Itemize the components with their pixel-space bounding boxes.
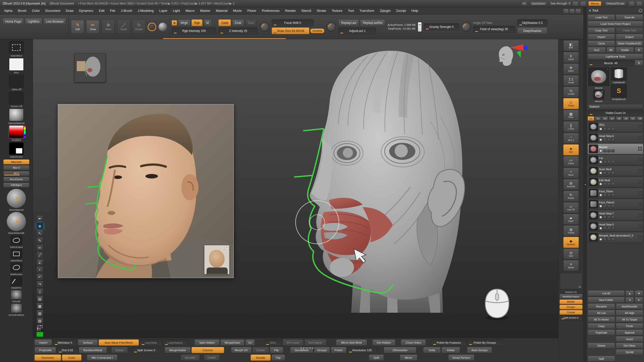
subtool-thumbnail[interactable] xyxy=(589,200,598,208)
subtool-action-button[interactable]: All High xyxy=(616,310,643,316)
bottom-bar-button[interactable]: Del Hidden xyxy=(372,339,395,346)
rgb-intensity-slider[interactable]: Rgb Intensity 100 xyxy=(172,27,216,34)
move-button[interactable]: + Move xyxy=(563,167,579,178)
subtool-paint-toggle-icon[interactable] xyxy=(607,205,611,208)
interface-icon[interactable] xyxy=(573,2,578,5)
bottom-bar-button[interactable]: Polish xyxy=(331,347,346,353)
subtool-paint-toggle-icon[interactable] xyxy=(607,171,611,174)
subtool-paint-toggle-icon[interactable] xyxy=(607,149,611,152)
subtool-action-button[interactable]: Copy xyxy=(588,323,615,329)
palette-item[interactable]: Gradient xyxy=(9,125,24,141)
scale-mode-button[interactable]: ⤢Scale xyxy=(117,20,130,34)
shelf-pager-arrows[interactable]: ◄◄ ● ►► xyxy=(300,347,315,349)
bottom-bar-button[interactable]: BackfaceMask xyxy=(79,347,107,353)
subtool-sculpt-toggle-icon[interactable] xyxy=(603,227,607,230)
menu-item[interactable]: J-Modeling xyxy=(135,8,156,14)
subtool-row[interactable]: Edit Skull xyxy=(588,177,643,187)
pencil-icon[interactable]: ✏ xyxy=(36,244,43,251)
subtool-mask-toggle-icon[interactable] xyxy=(611,160,615,163)
subtool-action-button[interactable]: AutoReorder xyxy=(616,303,643,309)
subtool-action-button[interactable]: All Low xyxy=(588,310,615,316)
bottom-bar-button[interactable]: Delete xyxy=(252,347,269,353)
subtool-action-button[interactable]: All To Home xyxy=(588,316,615,322)
zadd-button[interactable]: Zadd xyxy=(218,19,231,26)
subtool-sculpt-toggle-icon[interactable] xyxy=(603,138,607,141)
trash-icon[interactable]: ▯ xyxy=(36,288,43,295)
subtool-row[interactable]: Head Step-5 xyxy=(588,221,643,232)
folder-next-button[interactable]: ▸ xyxy=(635,297,643,303)
subtool-option-dots[interactable] xyxy=(638,158,642,162)
menu-item[interactable]: Light xyxy=(170,8,182,14)
subtool-mask-toggle-icon[interactable] xyxy=(611,227,615,230)
palette-dock-icon[interactable] xyxy=(629,2,634,5)
subtool-sculpt-toggle-icon[interactable] xyxy=(603,149,607,152)
gravity-strength-slider[interactable]: Gravity Strength 0 xyxy=(424,23,459,30)
bottom-bar-button[interactable]: Polish By Features xyxy=(431,339,466,346)
subtool-mask-toggle-icon[interactable] xyxy=(611,183,615,186)
subtool-action-button[interactable]: Duplicate xyxy=(588,330,615,335)
palette-control-button[interactable]: AccuCurve xyxy=(3,177,29,182)
see-through-slider[interactable]: See-through: 0 xyxy=(550,2,570,5)
draw-size-slider[interactable]: Draw Size 83.49108 xyxy=(272,27,309,34)
bottom-bar-button[interactable]: Del Lower xyxy=(283,339,304,346)
solo-button[interactable]: ◎ Solo xyxy=(563,248,579,259)
menu-item[interactable]: Stencil xyxy=(299,8,314,14)
palette-thumbnail[interactable] xyxy=(9,125,24,138)
brush-thumbnail[interactable] xyxy=(11,249,22,259)
subtool-paint-toggle-icon[interactable] xyxy=(607,183,611,186)
menu-item[interactable]: Texture xyxy=(329,8,345,14)
tray-collapse-arrow[interactable]: ◄ xyxy=(584,183,586,186)
help-icon[interactable] xyxy=(637,2,641,5)
image-icon[interactable]: ▦ xyxy=(36,303,43,309)
palette-thumbnail[interactable] xyxy=(9,109,24,121)
subtool-paint-toggle-icon[interactable] xyxy=(607,127,611,130)
menu-item[interactable]: Tool xyxy=(345,8,356,14)
bottom-bar-button[interactable]: Resolution 128 xyxy=(347,347,377,353)
photo-inset-panel[interactable]: × xyxy=(204,245,229,274)
subtool-visibility-eye-icon[interactable] xyxy=(599,227,602,230)
dynamic-button[interactable]: ◆ Dynamic xyxy=(563,237,579,248)
qxz-button[interactable]: ◈ Qxz xyxy=(563,144,579,155)
subtool-action-button[interactable]: Insert xyxy=(616,336,643,342)
z-intensity-slider[interactable]: Z Intensity 25 xyxy=(218,27,258,34)
copy-tool-button[interactable]: Copy Tool xyxy=(588,27,615,33)
deep-shadow-button[interactable]: DeepShadow xyxy=(517,27,547,34)
cursor-arrow-icon[interactable]: ↖ xyxy=(36,230,43,237)
bottom-bar-button[interactable]: Auto Groups xyxy=(467,347,492,353)
menus-toggle[interactable]: Menus xyxy=(588,1,601,6)
brush-thumbnail[interactable] xyxy=(11,236,22,245)
subtool-visibility-eye-icon[interactable] xyxy=(599,205,602,208)
menu-item[interactable]: File xyxy=(107,8,118,14)
menu-item[interactable]: Macro xyxy=(183,8,197,14)
bottom-bar-button[interactable]: Split Hidden xyxy=(194,339,220,346)
brush-thumbnail[interactable] xyxy=(11,263,22,272)
menu-item[interactable]: Brush xyxy=(15,8,29,14)
subtool-visibility-eye-icon[interactable] xyxy=(599,171,602,174)
menu-item[interactable]: Zplugin xyxy=(377,8,393,14)
subtool-action-button[interactable]: Rename xyxy=(588,303,615,309)
subtool-up-button[interactable]: ▲ xyxy=(625,290,634,296)
subtool-row[interactable]: Fat xyxy=(588,155,643,165)
subtool-visibility-eye-icon[interactable] xyxy=(599,216,602,219)
subtool-visibility-eye-icon[interactable] xyxy=(599,183,602,186)
new-folder-button[interactable]: New Folder xyxy=(588,297,625,303)
menu-item[interactable]: Picker xyxy=(245,8,259,14)
palette-item[interactable]: Rect xyxy=(9,58,24,74)
palette-thumbnail[interactable] xyxy=(9,58,24,71)
angle-ruler-icon[interactable]: ∠ xyxy=(36,259,43,266)
palette-control-button[interactable]: Rf 0 xyxy=(3,171,29,176)
active-tool-thumbnail[interactable]: 1 xyxy=(588,67,609,86)
crease-button[interactable]: Crease xyxy=(559,310,583,315)
subtool-thumbnail[interactable] xyxy=(589,211,598,219)
subtool-version-tab[interactable]: V7 xyxy=(630,116,636,121)
clipboard-icon[interactable]: ▧ xyxy=(36,317,43,324)
visible-count-slider[interactable]: Visible Count 14 xyxy=(588,110,643,116)
layout-grid-icon[interactable] xyxy=(564,9,568,13)
live-boolean-button[interactable]: Live Boolean xyxy=(43,18,66,25)
palette-item[interactable]: StartupMaterial xyxy=(8,109,24,124)
subtool-thumbnail[interactable] xyxy=(589,178,598,186)
stroke-dial-icon[interactable] xyxy=(260,22,269,32)
export-button[interactable]: Export xyxy=(616,34,643,40)
lsym-button[interactable]: ∥ L.Sym xyxy=(563,121,579,132)
subtool-option-dots[interactable] xyxy=(638,224,642,228)
